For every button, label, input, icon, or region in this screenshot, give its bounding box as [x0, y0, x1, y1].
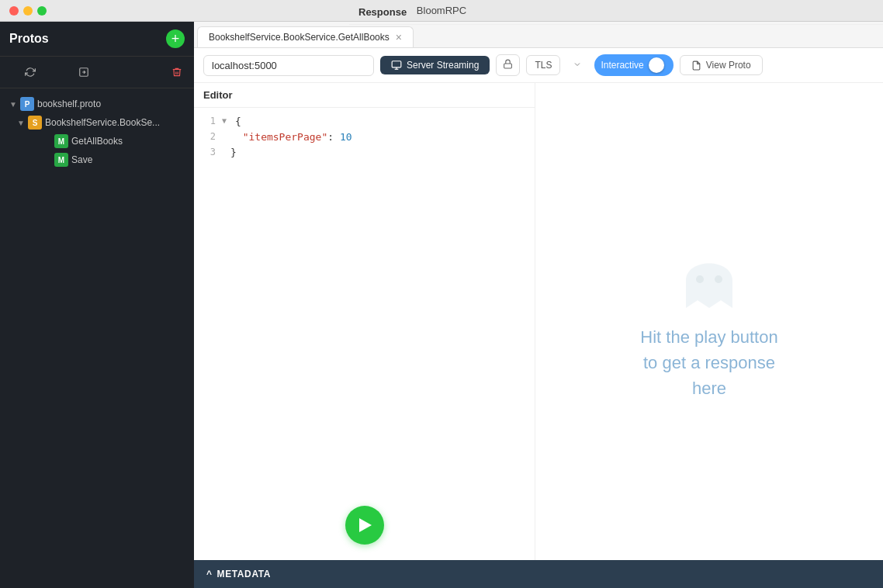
response-placeholder: Hit the play buttonto get a responsehere [640, 242, 777, 401]
editor-header: Editor [194, 83, 535, 108]
play-icon [359, 518, 372, 532]
play-button-container [345, 506, 384, 545]
sidebar-toolbar [0, 57, 194, 88]
line-content-1: { [229, 114, 535, 129]
sidebar-item-get-all-books[interactable]: M GetAllBooks [0, 132, 194, 150]
chevron-down-icon [573, 60, 582, 69]
tab-close-button[interactable]: × [396, 32, 402, 43]
metadata-arrow-icon: ^ [206, 569, 213, 579]
import-button[interactable] [60, 61, 109, 83]
metadata-bar[interactable]: ^ METADATA [194, 560, 883, 588]
content-area: BookshelfService.BookService.GetAllBooks… [194, 22, 883, 588]
proto-badge: P [20, 97, 34, 111]
toggle-knob [649, 57, 664, 73]
lock-button[interactable] [496, 54, 520, 76]
line-number-2: 2 [194, 130, 222, 142]
service-badge: S [28, 116, 42, 130]
refresh-icon [25, 67, 36, 78]
streaming-label: Server Streaming [407, 60, 479, 71]
active-tab[interactable]: BookshelfService.BookService.GetAllBooks… [197, 26, 414, 47]
method-label: GetAllBooks [71, 136, 123, 147]
sidebar-item-bookshelf-service[interactable]: ▼ S BookshelfService.BookSe... [0, 113, 194, 132]
panels: Editor 1 ▼ { 2 "itemsPerPage": 10 [194, 83, 883, 560]
ghost-icon [670, 242, 748, 312]
svg-rect-2 [504, 64, 512, 68]
sidebar-item-bookshelf-proto[interactable]: ▼ P bookshelf.proto [0, 95, 194, 113]
interactive-toggle[interactable]: Interactive [594, 54, 673, 76]
tab-bar: BookshelfService.BookService.GetAllBooks… [194, 22, 883, 48]
save-label: Save [71, 154, 92, 165]
toolbar: Server Streaming TLS Interactive [194, 48, 883, 83]
line-fold-arrow-1[interactable]: ▼ [222, 114, 229, 125]
view-proto-button[interactable]: View Proto [680, 55, 763, 75]
svg-point-4 [715, 275, 722, 283]
line-number-3: 3 [194, 145, 222, 157]
service-label: BookshelfService.BookSe... [45, 117, 160, 128]
view-proto-label: View Proto [706, 60, 751, 71]
response-placeholder-text: Hit the play buttonto get a responsehere [640, 324, 777, 401]
method-badge: M [54, 153, 68, 167]
trash-icon [171, 67, 182, 78]
server-streaming-button[interactable]: Server Streaming [380, 56, 490, 74]
line-content-3: } [224, 145, 535, 160]
close-button[interactable] [9, 6, 19, 16]
code-editor[interactable]: 1 ▼ { 2 "itemsPerPage": 10 3 } [194, 108, 535, 560]
svg-point-3 [696, 275, 704, 283]
delete-button[interactable] [166, 61, 188, 83]
window-controls [9, 6, 47, 16]
main-layout: Protos + ▼ [0, 22, 883, 588]
lock-icon [503, 59, 513, 69]
code-line-3: 3 } [194, 145, 535, 161]
sidebar-item-save[interactable]: M Save [0, 150, 194, 169]
minimize-button[interactable] [23, 6, 33, 16]
code-line-2: 2 "itemsPerPage": 10 [194, 130, 535, 145]
tree-arrow: ▼ [9, 100, 17, 109]
line-number-1: 1 [194, 114, 222, 126]
proto-label: bookshelf.proto [37, 99, 101, 109]
streaming-icon [391, 60, 402, 71]
metadata-text: METADATA [217, 569, 271, 579]
sidebar-tree: ▼ P bookshelf.proto ▼ S BookshelfService… [0, 88, 194, 588]
response-panel: Response Hit the play buttonto get a res… [535, 83, 883, 560]
import-icon [78, 67, 89, 78]
line-content-2: "itemsPerPage": 10 [224, 130, 535, 144]
document-icon [691, 61, 701, 71]
add-proto-button[interactable]: + [166, 29, 185, 48]
svg-rect-1 [392, 61, 401, 67]
maximize-button[interactable] [37, 6, 47, 16]
refresh-button[interactable] [6, 61, 55, 83]
address-input[interactable] [203, 55, 374, 76]
tree-arrow: ▼ [17, 119, 25, 127]
interactive-label: Interactive [601, 60, 643, 71]
method-badge: M [54, 134, 68, 148]
sidebar: Protos + ▼ [0, 22, 194, 588]
dropdown-button[interactable] [566, 56, 588, 75]
tab-label: BookshelfService.BookService.GetAllBooks [209, 32, 390, 43]
editor-panel: Editor 1 ▼ { 2 "itemsPerPage": 10 [194, 83, 535, 560]
tls-button[interactable]: TLS [526, 55, 560, 75]
sidebar-header: Protos + [0, 22, 194, 57]
code-line-1: 1 ▼ { [194, 114, 535, 130]
metadata-label: ^ METADATA [206, 569, 271, 579]
sidebar-title: Protos [9, 32, 49, 46]
play-button[interactable] [345, 506, 384, 545]
